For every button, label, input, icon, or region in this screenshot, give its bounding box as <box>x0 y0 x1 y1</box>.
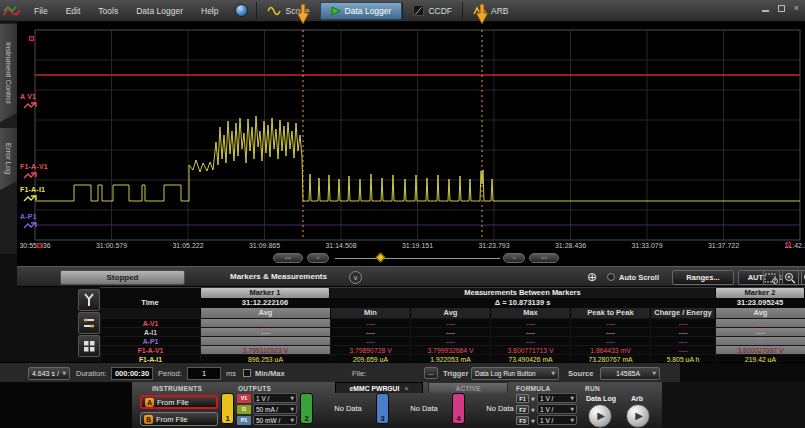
chevron-down-icon: ▼ <box>62 370 66 376</box>
channel-4-bar: 4 <box>452 393 465 424</box>
p1-scale-select[interactable]: 50 mW /▼ <box>253 415 297 425</box>
formula-f2-select[interactable]: 1 V /▼ <box>537 404 577 414</box>
x-tick-label: 31:05.222 <box>158 242 218 249</box>
sidebar-tab-instrument-control[interactable]: Instrument Control <box>0 24 17 122</box>
outputs-header: OUTPUTS <box>238 385 271 392</box>
channel-marker-arrow-icon <box>23 222 39 230</box>
file-label: File: <box>352 369 366 378</box>
x-tick-label: 31:37.722 <box>694 242 754 249</box>
file-browse-button[interactable]: ... <box>424 367 438 379</box>
channel-3-no-data: No Data <box>394 404 454 413</box>
channel-label-f1-a-i1: F1-A-I1 <box>20 186 45 193</box>
view-selector-label: Markers & Measurements <box>230 272 327 281</box>
grid-icon <box>83 340 96 353</box>
active-tab[interactable]: ACTIVE <box>428 382 508 393</box>
source-select[interactable]: 14585A▼ <box>600 367 660 380</box>
tab-ccdf[interactable]: CCDF <box>402 2 462 20</box>
session-tab[interactable]: eMMC PWRGUI× <box>335 382 423 393</box>
marker-1-handle[interactable] <box>297 4 309 25</box>
trigger-select[interactable]: Data Log Run Button▼ <box>471 367 559 380</box>
chevron-down-icon: ▼ <box>652 370 656 376</box>
tab-scope[interactable]: Scope <box>256 2 319 20</box>
zoom-out-button[interactable] <box>801 270 805 285</box>
duration-value: 000:00:30 <box>111 367 153 380</box>
tools-icon <box>82 316 96 330</box>
formula-f1-badge: F1 <box>516 394 529 403</box>
table-row: A-V1 ---------------------------- <box>100 318 805 327</box>
x-tick-label: 31:33.079 <box>617 242 677 249</box>
instrument-a-badge: A <box>145 398 154 407</box>
col-header-peak-to-peak: Peak to Peak <box>570 308 650 318</box>
zoom-box-button[interactable] <box>763 270 780 285</box>
i1-scale-select[interactable]: 50 mA /▼ <box>253 404 297 414</box>
data-edge-mark <box>29 36 34 41</box>
play-icon: ▶ <box>635 411 643 421</box>
tab-data-logger-label: Data Logger <box>345 6 392 16</box>
sidebar-tab-error-log[interactable]: Error Log <box>0 128 17 190</box>
data-edge-mark <box>37 243 42 248</box>
instrument-b-button[interactable]: B From File <box>140 412 218 426</box>
arb-label: Arb <box>631 395 643 402</box>
measurement-tools-button[interactable] <box>78 312 100 334</box>
minimize-button[interactable] <box>762 5 769 12</box>
menu-file[interactable]: File <box>25 0 57 22</box>
timebase-select[interactable]: 4.643 s /▼ <box>28 367 70 380</box>
table-row: A-P1 ---------------------------- <box>100 336 805 345</box>
instrument-a-button[interactable]: A From File <box>140 395 218 409</box>
chart-area[interactable]: 30:55.93631:00.57931:05.22231:09.86531:1… <box>17 22 805 254</box>
scroll-track[interactable] <box>335 258 500 259</box>
period-input[interactable]: 1 <box>187 367 221 380</box>
scroll-last-button[interactable]: >> <box>529 253 559 263</box>
view-dropdown-icon[interactable]: ∨ <box>349 271 362 284</box>
menu-data-logger[interactable]: Data Logger <box>127 0 192 22</box>
period-label: Period: <box>158 369 182 378</box>
formula-f3-select[interactable]: 1 V /▼ <box>537 415 577 425</box>
restore-button[interactable] <box>778 5 785 12</box>
formula-f1-select[interactable]: 1 V /▼ <box>537 393 577 403</box>
scroll-prev-button[interactable]: < <box>307 253 329 263</box>
time-column-header: Time <box>100 298 200 308</box>
ranges-button[interactable]: Ranges... <box>672 270 734 285</box>
menu-edit[interactable]: Edit <box>57 0 90 22</box>
auto-scroll-checkbox[interactable] <box>607 273 615 281</box>
scroll-next-button[interactable]: > <box>503 253 525 263</box>
data-log-run-button[interactable]: ▶ <box>588 404 612 428</box>
menu-tools[interactable]: Tools <box>89 0 127 22</box>
marker2-time: 31:23.095245 <box>715 298 805 308</box>
close-tab-icon[interactable]: × <box>404 385 408 392</box>
chart-plot[interactable] <box>17 22 805 254</box>
scroll-first-button[interactable]: << <box>273 253 303 263</box>
status-bar: 4.643 s /▼ Duration: 000:00:30 Period: 1… <box>0 362 805 382</box>
duration-label: Duration: <box>76 369 106 378</box>
tab-data-logger[interactable]: Data Logger <box>320 2 403 20</box>
ccdf-icon <box>413 5 424 16</box>
tab-arb[interactable]: ARB <box>462 2 518 20</box>
menu-help[interactable]: Help <box>192 0 227 22</box>
x-tick-label: 31:23.793 <box>464 242 524 249</box>
instrument-connect-icon[interactable] <box>235 4 248 17</box>
channel-marker-arrow-icon <box>23 172 39 180</box>
col-header-min: Min <box>330 308 410 318</box>
channel-1-bar: 1 <box>221 393 234 424</box>
arb-run-button[interactable]: ▶ <box>626 404 650 428</box>
tab-arb-label: ARB <box>491 6 508 16</box>
time-scrollbar[interactable]: << < > >> <box>17 252 805 266</box>
minmax-checkbox[interactable] <box>243 369 251 377</box>
marker-2-handle[interactable] <box>476 4 488 25</box>
zoom-in-button[interactable] <box>782 270 799 285</box>
data-edge-mark <box>786 242 791 247</box>
run-state-button[interactable]: Stopped <box>60 270 185 285</box>
chart-toolbar: Stopped Markers & Measurements ∨ ⊕ Auto … <box>17 266 805 287</box>
close-button[interactable]: × <box>794 3 799 13</box>
marker2-header: Marker 2 <box>716 288 804 298</box>
status-bar-spacer <box>680 363 805 383</box>
marker-tools-button[interactable] <box>78 289 100 311</box>
scroll-handle[interactable] <box>376 253 386 263</box>
instruments-header: INSTRUMENTS <box>152 385 202 392</box>
pan-icon[interactable]: ⊕ <box>587 270 597 284</box>
channel-label-f1-a-v1: F1-A-V1 <box>20 163 48 170</box>
col-header-m1-avg: Avg <box>200 308 330 318</box>
grid-view-button[interactable] <box>78 335 100 357</box>
v1-scale-select[interactable]: 1 V /▼ <box>253 393 297 403</box>
play-icon: ▶ <box>597 411 605 421</box>
